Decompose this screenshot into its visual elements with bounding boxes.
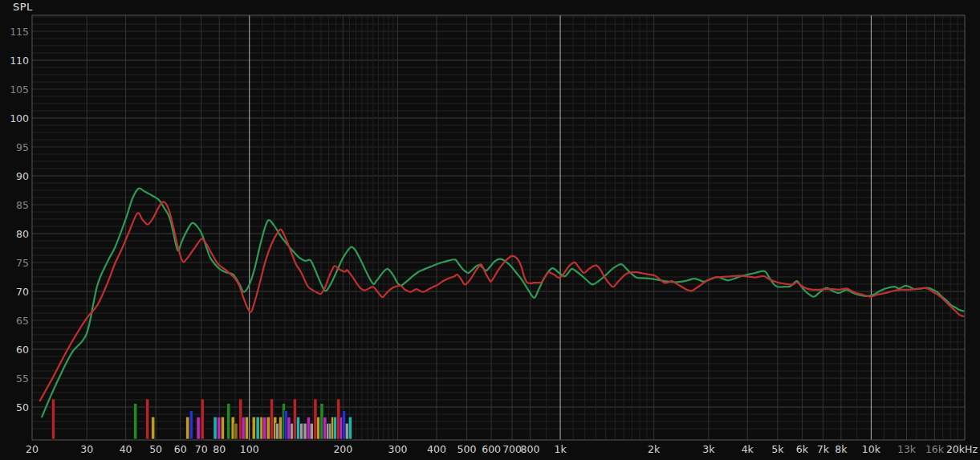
mode-bar-cyan [213, 417, 217, 439]
x-tick-label: 600 [482, 443, 501, 455]
x-axis-labels: 203040506070801002003004005006007008001k… [26, 443, 978, 455]
x-tick-label: 30 [80, 443, 93, 455]
mode-bar-gold [252, 417, 255, 439]
x-tick-label: 16k [925, 443, 945, 455]
mode-bar-gold [152, 417, 155, 439]
mode-bar-red [201, 399, 204, 439]
y-tick-label: 110 [10, 55, 29, 67]
y-tick-label: 85 [16, 199, 29, 211]
y-axis-labels: 11511010510095908580757065605550 [10, 26, 29, 413]
x-tick-label: 800 [521, 443, 540, 455]
mode-bar-magenta [197, 417, 200, 439]
x-tick-label: 60 [174, 443, 187, 455]
mode-bar-green [134, 404, 137, 439]
x-tick-label: 8k [835, 443, 848, 455]
mode-bar-gray [299, 423, 303, 439]
mode-bar-green [227, 404, 230, 439]
y-tick-label: 95 [16, 141, 29, 153]
x-tick-label: 400 [427, 443, 446, 455]
x-tick-label: 5k [771, 443, 784, 455]
y-tick-label: 105 [10, 83, 29, 96]
y-tick-label: 100 [10, 112, 29, 124]
mode-bar-gold [266, 417, 270, 439]
x-tick-label: 2k [648, 443, 661, 455]
mode-bar-gray [275, 423, 279, 439]
y-tick-label: 50 [16, 401, 29, 413]
x-tick-label: 50 [149, 443, 162, 455]
x-tick-label: 700 [502, 443, 522, 455]
x-tick-label: 300 [388, 443, 408, 455]
x-tick-label: 3k [702, 443, 715, 455]
x-tick-label: 6k [796, 443, 809, 455]
y-tick-label: 115 [10, 26, 29, 38]
x-tick-label: 4k [742, 443, 754, 455]
mode-bar-gray [310, 423, 313, 439]
x-tick-label: 7k [817, 443, 830, 455]
y-tick-label: 55 [16, 372, 29, 385]
y-tick-label: 75 [16, 257, 29, 269]
y-tick-label: 70 [16, 286, 29, 298]
mode-bar-green [320, 404, 323, 439]
mode-bar-gold [245, 417, 248, 439]
y-tick-label: 65 [16, 315, 29, 327]
mode-bar-red [293, 399, 296, 439]
mode-bar-red [270, 399, 273, 439]
frequency-response-chart[interactable]: 1151101051009590858075706560555020304050… [0, 0, 980, 460]
mode-bar-gold [316, 417, 319, 439]
mode-bar-magenta [263, 417, 266, 439]
mode-bar-red [146, 399, 149, 439]
x-tick-label: 80 [213, 443, 226, 455]
x-tick-label: 100 [240, 443, 259, 455]
x-tick-label: 500 [457, 443, 477, 455]
mode-bar-gray [345, 423, 348, 439]
x-tick-label: 10k [862, 443, 881, 455]
mode-bar-cyan [348, 417, 352, 439]
mode-bar-magenta [218, 417, 221, 439]
y-tick-label: 60 [16, 344, 29, 356]
mode-bar-magenta [242, 417, 245, 439]
x-tick-label: 13k [897, 443, 917, 455]
mode-bar-gold [186, 417, 189, 439]
x-tick-label: 20kHz [946, 443, 978, 455]
mode-bar-cyan [256, 417, 259, 439]
x-tick-label: 70 [195, 443, 208, 455]
spl-graph-panel: SPL 115110105100959085807570656055502030… [0, 0, 980, 460]
x-tick-label: 20 [26, 443, 39, 455]
mode-bar-cyan [334, 417, 337, 439]
y-tick-label: 90 [16, 170, 29, 182]
x-tick-label: 200 [333, 443, 352, 455]
x-tick-label: 1k [554, 443, 567, 455]
y-tick-label: 80 [16, 228, 29, 240]
mode-bar-gold [221, 417, 224, 439]
mode-bar-dimgold [234, 423, 238, 439]
x-tick-label: 40 [120, 443, 132, 455]
mode-bar-gold [279, 417, 283, 439]
mode-bar-blue [189, 411, 193, 439]
mode-bar-cyan [296, 417, 299, 439]
mode-bar-gray [303, 423, 307, 439]
mode-bar-red [51, 399, 55, 439]
